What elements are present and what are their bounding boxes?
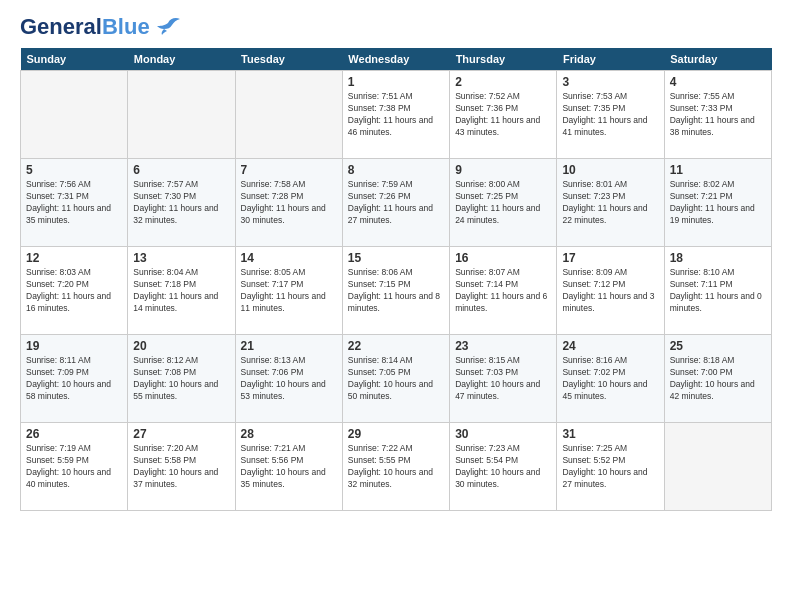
calendar-cell: 17Sunrise: 8:09 AMSunset: 7:12 PMDayligh… [557, 247, 664, 335]
day-info: Sunrise: 7:25 AMSunset: 5:52 PMDaylight:… [562, 443, 658, 491]
calendar-cell [235, 71, 342, 159]
day-info: Sunrise: 8:05 AMSunset: 7:17 PMDaylight:… [241, 267, 337, 315]
day-number: 9 [455, 163, 551, 177]
day-number: 8 [348, 163, 444, 177]
day-number: 19 [26, 339, 122, 353]
calendar-cell: 13Sunrise: 8:04 AMSunset: 7:18 PMDayligh… [128, 247, 235, 335]
calendar-cell: 18Sunrise: 8:10 AMSunset: 7:11 PMDayligh… [664, 247, 771, 335]
weekday-header-saturday: Saturday [664, 48, 771, 71]
day-info: Sunrise: 7:19 AMSunset: 5:59 PMDaylight:… [26, 443, 122, 491]
day-info: Sunrise: 7:22 AMSunset: 5:55 PMDaylight:… [348, 443, 444, 491]
day-number: 1 [348, 75, 444, 89]
day-info: Sunrise: 8:10 AMSunset: 7:11 PMDaylight:… [670, 267, 766, 315]
calendar-cell: 31Sunrise: 7:25 AMSunset: 5:52 PMDayligh… [557, 423, 664, 511]
day-number: 6 [133, 163, 229, 177]
day-info: Sunrise: 8:09 AMSunset: 7:12 PMDaylight:… [562, 267, 658, 315]
day-number: 13 [133, 251, 229, 265]
weekday-header-monday: Monday [128, 48, 235, 71]
day-info: Sunrise: 8:14 AMSunset: 7:05 PMDaylight:… [348, 355, 444, 403]
day-number: 24 [562, 339, 658, 353]
calendar-cell [664, 423, 771, 511]
weekday-header-thursday: Thursday [450, 48, 557, 71]
calendar-cell [21, 71, 128, 159]
day-info: Sunrise: 7:58 AMSunset: 7:28 PMDaylight:… [241, 179, 337, 227]
day-info: Sunrise: 7:57 AMSunset: 7:30 PMDaylight:… [133, 179, 229, 227]
day-number: 17 [562, 251, 658, 265]
day-info: Sunrise: 7:20 AMSunset: 5:58 PMDaylight:… [133, 443, 229, 491]
day-number: 25 [670, 339, 766, 353]
calendar-cell: 30Sunrise: 7:23 AMSunset: 5:54 PMDayligh… [450, 423, 557, 511]
calendar-cell: 24Sunrise: 8:16 AMSunset: 7:02 PMDayligh… [557, 335, 664, 423]
day-info: Sunrise: 8:04 AMSunset: 7:18 PMDaylight:… [133, 267, 229, 315]
calendar-cell: 4Sunrise: 7:55 AMSunset: 7:33 PMDaylight… [664, 71, 771, 159]
weekday-header-tuesday: Tuesday [235, 48, 342, 71]
day-info: Sunrise: 7:55 AMSunset: 7:33 PMDaylight:… [670, 91, 766, 139]
day-number: 29 [348, 427, 444, 441]
calendar-week-1: 1Sunrise: 7:51 AMSunset: 7:38 PMDaylight… [21, 71, 772, 159]
day-info: Sunrise: 8:15 AMSunset: 7:03 PMDaylight:… [455, 355, 551, 403]
calendar-cell: 28Sunrise: 7:21 AMSunset: 5:56 PMDayligh… [235, 423, 342, 511]
calendar-cell: 7Sunrise: 7:58 AMSunset: 7:28 PMDaylight… [235, 159, 342, 247]
day-info: Sunrise: 8:03 AMSunset: 7:20 PMDaylight:… [26, 267, 122, 315]
calendar-cell: 23Sunrise: 8:15 AMSunset: 7:03 PMDayligh… [450, 335, 557, 423]
day-info: Sunrise: 7:59 AMSunset: 7:26 PMDaylight:… [348, 179, 444, 227]
day-info: Sunrise: 7:56 AMSunset: 7:31 PMDaylight:… [26, 179, 122, 227]
day-info: Sunrise: 8:16 AMSunset: 7:02 PMDaylight:… [562, 355, 658, 403]
day-info: Sunrise: 8:11 AMSunset: 7:09 PMDaylight:… [26, 355, 122, 403]
calendar-cell: 14Sunrise: 8:05 AMSunset: 7:17 PMDayligh… [235, 247, 342, 335]
calendar-week-3: 12Sunrise: 8:03 AMSunset: 7:20 PMDayligh… [21, 247, 772, 335]
calendar-week-2: 5Sunrise: 7:56 AMSunset: 7:31 PMDaylight… [21, 159, 772, 247]
day-info: Sunrise: 7:51 AMSunset: 7:38 PMDaylight:… [348, 91, 444, 139]
day-number: 5 [26, 163, 122, 177]
calendar-cell: 21Sunrise: 8:13 AMSunset: 7:06 PMDayligh… [235, 335, 342, 423]
weekday-header-friday: Friday [557, 48, 664, 71]
day-info: Sunrise: 8:18 AMSunset: 7:00 PMDaylight:… [670, 355, 766, 403]
day-number: 21 [241, 339, 337, 353]
calendar-cell: 11Sunrise: 8:02 AMSunset: 7:21 PMDayligh… [664, 159, 771, 247]
calendar-week-4: 19Sunrise: 8:11 AMSunset: 7:09 PMDayligh… [21, 335, 772, 423]
day-number: 11 [670, 163, 766, 177]
calendar-cell: 29Sunrise: 7:22 AMSunset: 5:55 PMDayligh… [342, 423, 449, 511]
calendar-cell: 16Sunrise: 8:07 AMSunset: 7:14 PMDayligh… [450, 247, 557, 335]
day-number: 4 [670, 75, 766, 89]
day-number: 31 [562, 427, 658, 441]
day-info: Sunrise: 8:06 AMSunset: 7:15 PMDaylight:… [348, 267, 444, 315]
day-number: 10 [562, 163, 658, 177]
calendar-cell: 8Sunrise: 7:59 AMSunset: 7:26 PMDaylight… [342, 159, 449, 247]
day-info: Sunrise: 8:12 AMSunset: 7:08 PMDaylight:… [133, 355, 229, 403]
day-number: 3 [562, 75, 658, 89]
calendar-cell: 5Sunrise: 7:56 AMSunset: 7:31 PMDaylight… [21, 159, 128, 247]
day-info: Sunrise: 8:01 AMSunset: 7:23 PMDaylight:… [562, 179, 658, 227]
calendar-cell: 3Sunrise: 7:53 AMSunset: 7:35 PMDaylight… [557, 71, 664, 159]
calendar-cell: 12Sunrise: 8:03 AMSunset: 7:20 PMDayligh… [21, 247, 128, 335]
day-info: Sunrise: 8:00 AMSunset: 7:25 PMDaylight:… [455, 179, 551, 227]
day-info: Sunrise: 8:07 AMSunset: 7:14 PMDaylight:… [455, 267, 551, 315]
calendar-cell: 22Sunrise: 8:14 AMSunset: 7:05 PMDayligh… [342, 335, 449, 423]
day-number: 16 [455, 251, 551, 265]
calendar-cell: 2Sunrise: 7:52 AMSunset: 7:36 PMDaylight… [450, 71, 557, 159]
page: GeneralBlue SundayMondayTuesdayWednesday… [0, 0, 792, 612]
day-number: 30 [455, 427, 551, 441]
day-number: 26 [26, 427, 122, 441]
calendar-week-5: 26Sunrise: 7:19 AMSunset: 5:59 PMDayligh… [21, 423, 772, 511]
weekday-header-sunday: Sunday [21, 48, 128, 71]
calendar-cell: 26Sunrise: 7:19 AMSunset: 5:59 PMDayligh… [21, 423, 128, 511]
day-info: Sunrise: 8:02 AMSunset: 7:21 PMDaylight:… [670, 179, 766, 227]
day-info: Sunrise: 7:21 AMSunset: 5:56 PMDaylight:… [241, 443, 337, 491]
day-info: Sunrise: 7:23 AMSunset: 5:54 PMDaylight:… [455, 443, 551, 491]
day-number: 12 [26, 251, 122, 265]
day-number: 7 [241, 163, 337, 177]
day-number: 27 [133, 427, 229, 441]
calendar-cell: 15Sunrise: 8:06 AMSunset: 7:15 PMDayligh… [342, 247, 449, 335]
day-number: 15 [348, 251, 444, 265]
calendar-cell: 27Sunrise: 7:20 AMSunset: 5:58 PMDayligh… [128, 423, 235, 511]
logo-text: GeneralBlue [20, 16, 150, 38]
day-info: Sunrise: 7:52 AMSunset: 7:36 PMDaylight:… [455, 91, 551, 139]
calendar: SundayMondayTuesdayWednesdayThursdayFrid… [20, 48, 772, 511]
day-number: 20 [133, 339, 229, 353]
calendar-cell: 1Sunrise: 7:51 AMSunset: 7:38 PMDaylight… [342, 71, 449, 159]
day-number: 22 [348, 339, 444, 353]
weekday-header-wednesday: Wednesday [342, 48, 449, 71]
day-info: Sunrise: 7:53 AMSunset: 7:35 PMDaylight:… [562, 91, 658, 139]
calendar-cell: 10Sunrise: 8:01 AMSunset: 7:23 PMDayligh… [557, 159, 664, 247]
